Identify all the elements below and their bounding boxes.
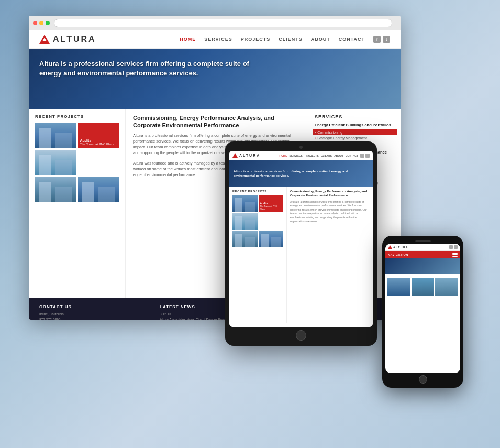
- building-image-4: [78, 177, 119, 202]
- phone-building-1: [387, 278, 410, 296]
- tablet-nav-projects[interactable]: PROJECTS: [305, 154, 319, 157]
- tablet-thumb-3[interactable]: [232, 231, 258, 247]
- nav-contact[interactable]: CONTACT: [339, 37, 365, 42]
- footer-phone: 877-572-6390: [39, 317, 149, 320]
- tablet-thumb-2[interactable]: [232, 213, 258, 230]
- building-image-1: [35, 123, 76, 148]
- recent-projects-title: RECENT PROJECTS: [35, 114, 119, 119]
- tablet-social-icons: [360, 154, 370, 158]
- phone-logo-triangle: [388, 245, 392, 249]
- arrow-icon: ›: [315, 136, 316, 140]
- project-thumb-3[interactable]: [35, 177, 76, 202]
- browser-dot-minimize[interactable]: [39, 21, 43, 25]
- phone-screen: ALTURA NAVIGATION: [385, 244, 460, 373]
- phone-hero: [385, 258, 460, 274]
- phone-home-button[interactable]: [419, 375, 427, 384]
- tablet-project-grid: Audits The Tower at PNC Plaza: [232, 195, 283, 247]
- tablet-featured-title: The Tower at PNC Plaza: [260, 205, 282, 210]
- tablet-panel-center: Commissioning, Energy Performance Analys…: [287, 187, 373, 323]
- site-hero: Altura is a professional services firm o…: [29, 49, 401, 109]
- service-label: Commissioning: [317, 130, 342, 134]
- tablet-thumb-featured[interactable]: Audits The Tower at PNC Plaza: [259, 195, 284, 212]
- browser-address-bar[interactable]: [54, 19, 392, 27]
- logo-triangle-icon: [39, 35, 50, 44]
- nav-home[interactable]: HOME: [180, 37, 196, 42]
- tablet-camera: [299, 146, 303, 149]
- browser-dot-close[interactable]: [33, 21, 37, 25]
- tablet-nav-clients[interactable]: CLIENTS: [321, 154, 332, 157]
- project-grid: Audits The Tower at PNC Plaza: [35, 123, 119, 202]
- nav-services[interactable]: SERVICES: [204, 37, 232, 42]
- tablet-main: RECENT PROJECTS Audits The Tower at PNC …: [229, 187, 373, 323]
- browser-dot-maximize[interactable]: [46, 21, 50, 25]
- tablet-logo-triangle: [232, 153, 238, 158]
- logo-text: ALTURA: [53, 35, 96, 44]
- phone-building-row: [387, 278, 458, 296]
- energy-subtitle: Energy Efficient Buildings and Portfolio…: [315, 123, 395, 127]
- hero-text: Altura is a professional services firm o…: [39, 59, 264, 78]
- phone-content: [385, 274, 460, 298]
- tablet-thumb-4[interactable]: [259, 231, 284, 247]
- tablet-mockup: ALTURA HOME SERVICES PROJECTS CLIENTS AB…: [225, 141, 377, 346]
- tablet-twitter-icon[interactable]: [365, 154, 370, 158]
- phone-building-3: [435, 278, 458, 296]
- tablet-nav-contact[interactable]: CONTACT: [346, 154, 358, 157]
- facebook-icon[interactable]: f: [373, 36, 381, 43]
- project-thumb-featured[interactable]: Audits The Tower at PNC Plaza: [78, 123, 119, 148]
- tablet-header: ALTURA HOME SERVICES PROJECTS CLIENTS AB…: [229, 151, 373, 160]
- twitter-icon[interactable]: t: [383, 36, 390, 43]
- site-nav: HOME SERVICES PROJECTS CLIENTS ABOUT CON…: [180, 37, 365, 42]
- nav-clients[interactable]: CLIENTS: [279, 37, 303, 42]
- phone-nav-bar[interactable]: NAVIGATION: [385, 251, 460, 258]
- tablet-building-3: [232, 231, 258, 247]
- featured-title: The Tower at PNC Plaza: [80, 143, 117, 146]
- tablet-article-body: Altura is a professional services firm o…: [290, 200, 370, 224]
- project-thumb-4[interactable]: [78, 177, 119, 202]
- site-logo: ALTURA: [39, 35, 96, 44]
- featured-label: Audits: [80, 139, 117, 143]
- tablet-logo: ALTURA: [232, 153, 260, 158]
- arrow-icon: ›: [315, 130, 316, 134]
- browser-chrome: [29, 16, 401, 30]
- tablet-article-title: Commissioning, Energy Performance Analys…: [290, 190, 370, 198]
- browser-dots: [33, 21, 50, 25]
- phone-speaker: [415, 240, 431, 242]
- nav-projects[interactable]: PROJECTS: [241, 37, 271, 42]
- tablet-home-button[interactable]: [296, 330, 306, 341]
- tablet-hero: Altura is a professional services firm o…: [229, 160, 373, 187]
- tablet-nav: HOME SERVICES PROJECTS CLIENTS ABOUT CON…: [280, 154, 358, 157]
- service-strategic-energy[interactable]: › Strategic Energy Management: [315, 135, 395, 141]
- tablet-nav-home[interactable]: HOME: [280, 154, 287, 157]
- phone-logo-text: ALTURA: [393, 246, 408, 249]
- article-title: Commissioning, Energy Performance Analys…: [133, 114, 302, 129]
- tablet-facebook-icon[interactable]: [360, 154, 364, 158]
- project-thumb-1[interactable]: [35, 123, 76, 148]
- panel-recent-projects: RECENT PROJECTS Audits The Tower at PNC …: [29, 109, 126, 298]
- phone-twitter-icon[interactable]: [454, 245, 458, 249]
- tablet-nav-about[interactable]: ABOUT: [334, 154, 343, 157]
- phone-nav-label: NAVIGATION: [388, 253, 408, 256]
- tablet-building-1: [232, 195, 258, 212]
- tablet-panel-left: RECENT PROJECTS Audits The Tower at PNC …: [229, 187, 287, 323]
- hero-background: [29, 49, 401, 109]
- hamburger-line-3: [452, 256, 458, 257]
- tablet-nav-services[interactable]: SERVICES: [290, 154, 303, 157]
- phone-facebook-icon[interactable]: [449, 245, 453, 249]
- hamburger-icon[interactable]: [452, 253, 458, 257]
- tablet-projects-title: RECENT PROJECTS: [232, 190, 283, 193]
- project-thumb-2[interactable]: [35, 150, 76, 175]
- social-icons: f t: [373, 36, 390, 43]
- service-label: Strategic Energy Management: [317, 136, 367, 140]
- hamburger-line-1: [452, 253, 458, 254]
- footer-contact-title: CONTACT US: [39, 304, 149, 309]
- service-commissioning[interactable]: › Commissioning: [313, 129, 397, 135]
- nav-about[interactable]: ABOUT: [311, 37, 330, 42]
- phone-building-2: [412, 278, 435, 296]
- services-title: SERVICES: [315, 114, 395, 119]
- phone-mockup: ALTURA NAVIGATION: [382, 236, 463, 388]
- tablet-thumb-1[interactable]: [232, 195, 258, 212]
- building-image-2: [35, 150, 76, 175]
- tablet-hero-text: Altura is a professional services firm o…: [234, 169, 369, 178]
- phone-header: ALTURA: [385, 244, 460, 251]
- hamburger-line-2: [452, 254, 458, 255]
